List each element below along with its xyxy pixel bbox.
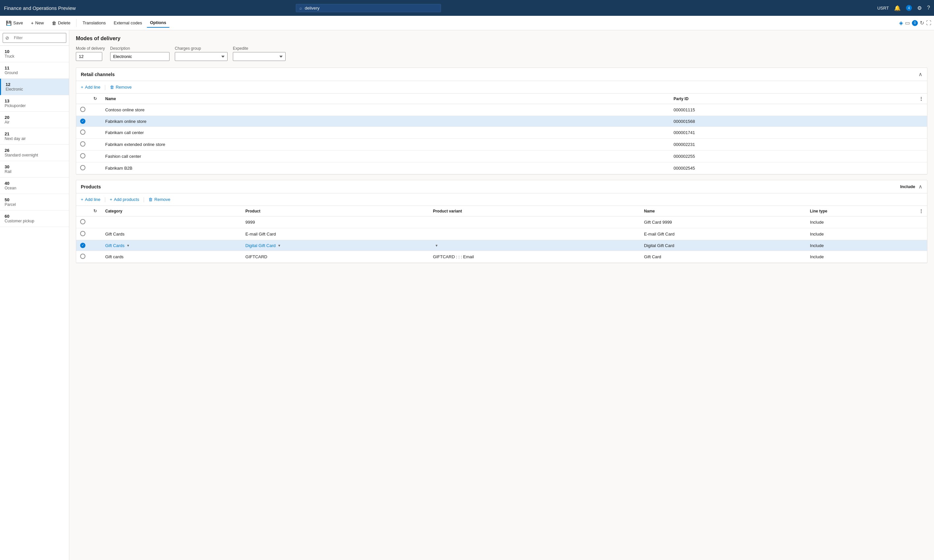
diamond-icon[interactable]: ◈ <box>899 20 903 26</box>
table-row[interactable]: Gift Cards▼ Digital Gift Card▼ ▼ Digital… <box>76 240 927 251</box>
translations-label: Translations <box>82 20 105 25</box>
sidebar-item-50[interactable]: 50 Parcel <box>0 194 69 211</box>
expedite-select[interactable] <box>233 52 286 61</box>
sidebar-item-40[interactable]: 40 Ocean <box>0 178 69 194</box>
sidebar-item-26[interactable]: 26 Standard overnight <box>0 145 69 161</box>
table-row[interactable]: Fabrikam online store 000001568 <box>76 116 927 127</box>
row-radio[interactable] <box>80 141 85 146</box>
prod-row-radio[interactable] <box>80 243 85 248</box>
panel-icon[interactable]: ▭ <box>905 20 910 26</box>
sidebar-item-60[interactable]: 60 Customer pickup <box>0 211 69 227</box>
products-header: Products Include ∧ <box>76 180 927 193</box>
new-button[interactable]: + New <box>28 18 47 28</box>
sidebar-item-30[interactable]: 30 Rail <box>0 161 69 178</box>
prod-row-radio[interactable] <box>80 219 85 224</box>
notification-icon[interactable]: 🔔 <box>894 5 901 11</box>
products-collapse-button[interactable]: ∧ <box>919 183 922 190</box>
retail-remove-button[interactable]: 🗑 Remove <box>110 84 131 91</box>
products-add-line-label: Add line <box>85 197 100 202</box>
prod-row-radio[interactable] <box>80 254 85 259</box>
table-row[interactable]: Fabrikam call center 000001741 <box>76 127 927 139</box>
options-button[interactable]: Options <box>147 18 170 28</box>
table-refresh-icon[interactable]: ↻ <box>93 96 97 101</box>
products-table: ↻ Category Product Product variant Name … <box>76 206 927 263</box>
retail-add-line-button[interactable]: + Add line <box>81 84 100 91</box>
external-codes-button[interactable]: External codes <box>111 18 145 27</box>
table-row[interactable]: Gift Cards E-mail Gift Card E-mail Gift … <box>76 228 927 240</box>
row-more[interactable] <box>915 139 927 151</box>
products-remove-button[interactable]: 🗑 Remove <box>148 196 170 203</box>
row-radio[interactable] <box>80 129 85 135</box>
sidebar-item-20[interactable]: 20 Air <box>0 112 69 128</box>
products-add-products-button[interactable]: + Add products <box>110 196 139 203</box>
row-radio[interactable] <box>80 107 85 112</box>
prod-row-radio-cell[interactable] <box>76 228 90 240</box>
table-row[interactable]: Contoso online store 000001115 <box>76 104 927 116</box>
search-box[interactable]: ⌕ <box>296 4 441 12</box>
prod-row-radio[interactable] <box>80 231 85 236</box>
mode-delivery-label: Mode of delivery <box>76 46 105 51</box>
row-radio-cell[interactable] <box>76 116 90 127</box>
sidebar-filter-input[interactable] <box>11 34 64 42</box>
variant-dropdown-arrow[interactable]: ▼ <box>435 244 438 248</box>
row-more[interactable] <box>915 116 927 127</box>
table-row[interactable]: Gift cards GIFTCARD GIFTCARD : : : Email… <box>76 251 927 263</box>
category-dropdown-arrow[interactable]: ▼ <box>127 244 130 248</box>
prod-row-product: E-mail Gift Card <box>241 228 429 240</box>
save-button[interactable]: 💾 Save <box>3 18 26 28</box>
prod-row-more[interactable] <box>915 240 927 251</box>
sidebar-item-11[interactable]: 11 Ground <box>0 62 69 79</box>
prod-table-refresh-icon[interactable]: ↻ <box>93 209 97 214</box>
prod-row-radio-cell[interactable] <box>76 217 90 228</box>
expedite-label: Expedite <box>233 46 286 51</box>
table-row[interactable]: Fabrikam extended online store 000002231 <box>76 139 927 151</box>
table-row[interactable]: Fashion call center 000002255 <box>76 151 927 162</box>
prod-row-more[interactable] <box>915 251 927 263</box>
row-radio[interactable] <box>80 118 85 124</box>
prod-col-select <box>76 206 90 217</box>
refresh-icon[interactable]: ↻ <box>920 20 924 26</box>
sidebar-item-12[interactable]: 12 Electronic <box>0 79 69 95</box>
delete-button[interactable]: 🗑 Delete <box>48 18 74 28</box>
row-radio-cell[interactable] <box>76 151 90 162</box>
prod-row-category[interactable]: Gift Cards▼ <box>101 240 241 251</box>
row-radio[interactable] <box>80 165 85 170</box>
products-remove-icon: 🗑 <box>148 197 153 202</box>
prod-row-more[interactable] <box>915 228 927 240</box>
sidebar-item-21[interactable]: 21 Next day air <box>0 128 69 145</box>
row-more[interactable] <box>915 162 927 174</box>
prod-row-radio-cell[interactable] <box>76 251 90 263</box>
row-more[interactable] <box>915 104 927 116</box>
expand-icon[interactable]: ⛶ <box>926 20 931 26</box>
prod-row-more[interactable] <box>915 217 927 228</box>
products-add-line-button[interactable]: + Add line <box>81 196 100 203</box>
table-row[interactable]: Fabrikam B2B 000002545 <box>76 162 927 174</box>
row-radio-cell[interactable] <box>76 139 90 151</box>
row-radio-cell[interactable] <box>76 162 90 174</box>
table-row[interactable]: 9999 Gift Card 9999 Include <box>76 217 927 228</box>
sidebar-item-10[interactable]: 10 Truck <box>0 46 69 62</box>
help-icon[interactable]: ? <box>927 5 930 11</box>
prod-row-variant[interactable]: ▼ <box>429 240 640 251</box>
col-select <box>76 94 90 104</box>
row-radio-cell[interactable] <box>76 104 90 116</box>
product-dropdown-arrow[interactable]: ▼ <box>278 244 281 248</box>
row-more[interactable] <box>915 151 927 162</box>
prod-col-product: Product <box>241 206 429 217</box>
prod-row-radio-cell[interactable] <box>76 240 90 251</box>
sidebar-item-label: Customer pickup <box>5 219 64 223</box>
description-input[interactable] <box>110 52 170 61</box>
sidebar-item-13[interactable]: 13 Pickuporder <box>0 95 69 112</box>
row-radio[interactable] <box>80 153 85 158</box>
row-more[interactable] <box>915 127 927 139</box>
translations-button[interactable]: Translations <box>79 18 109 27</box>
search-input[interactable] <box>305 6 437 11</box>
settings-icon[interactable]: ⚙ <box>917 5 922 11</box>
mode-delivery-input[interactable] <box>76 52 102 61</box>
app-title: Finance and Operations Preview <box>4 5 76 11</box>
prod-row-product[interactable]: Digital Gift Card▼ <box>241 240 429 251</box>
sidebar-list: 10 Truck11 Ground12 Electronic13 Pickupo… <box>0 46 69 560</box>
charges-group-select[interactable] <box>175 52 228 61</box>
row-radio-cell[interactable] <box>76 127 90 139</box>
retail-channels-collapse-button[interactable]: ∧ <box>919 71 922 77</box>
